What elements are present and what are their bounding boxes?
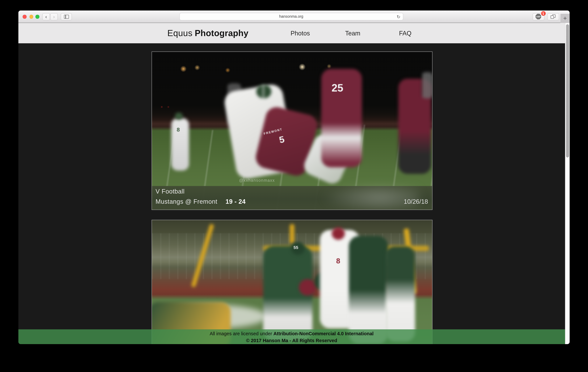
album-card-v-football[interactable]: 8 FREMONT 5 25 @xxhansonmaxx V Football … <box>151 52 432 210</box>
adblock-button[interactable]: ABP 1 <box>532 13 544 20</box>
address-bar[interactable]: hansonma.org ↻ <box>179 13 403 20</box>
album-score-label: 19 - 24 <box>226 198 246 205</box>
album-card-football-2[interactable]: 55 5 8 <box>151 220 432 344</box>
notification-badge: 1 <box>541 11 546 16</box>
forward-icon: › <box>53 14 55 19</box>
license-link[interactable]: Attribution-NonCommercial 4.0 Internatio… <box>273 331 374 336</box>
site-brand[interactable]: Equus Photography <box>167 23 248 43</box>
sidebar-toggle-button[interactable] <box>61 13 72 20</box>
photo2-white-player-right <box>385 246 415 341</box>
nav-item-faq[interactable]: FAQ <box>399 23 411 43</box>
minimize-button[interactable] <box>30 15 33 19</box>
photo-watermark: @xxhansonmaxx <box>239 178 275 183</box>
photo2-qb-cardinal-helmet <box>332 227 345 240</box>
tab-overview-icon <box>551 14 556 19</box>
photo1-quarterback-helmet <box>256 85 271 98</box>
license-line: All images are licensed under Attributio… <box>18 331 565 336</box>
close-button[interactable] <box>23 15 27 19</box>
photo2-green-runner <box>349 236 388 344</box>
photo1-white-player-8 <box>171 118 189 171</box>
caption-blur-highlight <box>320 183 419 210</box>
tab-overview-icon-front <box>551 15 554 19</box>
photo1-player8-helmet <box>175 113 183 120</box>
copyright-line: © 2017 Hanson Ma - All Rights Reserved <box>18 338 565 343</box>
license-prefix: All images are licensed under <box>210 331 272 336</box>
scrollbar-thumb[interactable] <box>566 24 569 157</box>
album-caption: V Football Mustangs @ Fremont19 - 24 10/… <box>152 186 432 210</box>
new-tab-button[interactable]: + <box>560 14 570 23</box>
album-matchup-row: Mustangs @ Fremont19 - 24 <box>156 198 246 205</box>
nav-item-team[interactable]: Team <box>345 23 360 43</box>
photo1-jersey-number-8: 8 <box>177 127 180 133</box>
photo2-cardinal-helmet <box>299 279 316 296</box>
album-date-label: 10/26/18 <box>404 198 428 205</box>
forward-button[interactable]: › <box>50 13 58 20</box>
site-header: Equus Photography Photos Team FAQ <box>18 23 570 43</box>
brand-thin: Equus <box>167 28 192 38</box>
photo2-jersey-number-8: 8 <box>336 257 340 265</box>
photo-day-football: 55 5 8 <box>152 220 432 344</box>
brand-bold: Photography <box>195 28 248 38</box>
desktop-background: ‹ › hansonma.org ↻ ABP 1 <box>0 0 588 372</box>
refresh-icon[interactable]: ↻ <box>396 13 401 20</box>
album-matchup-label: Mustangs @ Fremont <box>156 198 217 205</box>
photo2-goalpost-top <box>290 224 294 244</box>
zoom-button[interactable] <box>36 15 39 19</box>
adblock-icon: ABP <box>536 14 541 19</box>
scrollbar-track[interactable] <box>565 23 570 344</box>
browser-toolbar: ‹ › hansonma.org ↻ ABP 1 <box>18 10 570 23</box>
sidebar-icon <box>64 15 69 19</box>
photo2-helmet-number-55: 55 <box>294 245 298 250</box>
back-icon: ‹ <box>45 14 47 19</box>
license-footer: All images are licensed under Attributio… <box>18 329 565 344</box>
url-text: hansonma.org <box>279 15 303 19</box>
album-sport-label: V Football <box>156 188 185 195</box>
browser-window: ‹ › hansonma.org ↻ ABP 1 <box>18 10 570 344</box>
photo1-referee-right <box>421 72 432 98</box>
nav-item-photos[interactable]: Photos <box>290 23 310 43</box>
tab-overview-button[interactable] <box>547 13 559 20</box>
photo1-jersey-number-25: 25 <box>332 82 343 94</box>
back-button[interactable]: ‹ <box>42 13 50 20</box>
plus-icon: + <box>563 15 567 22</box>
